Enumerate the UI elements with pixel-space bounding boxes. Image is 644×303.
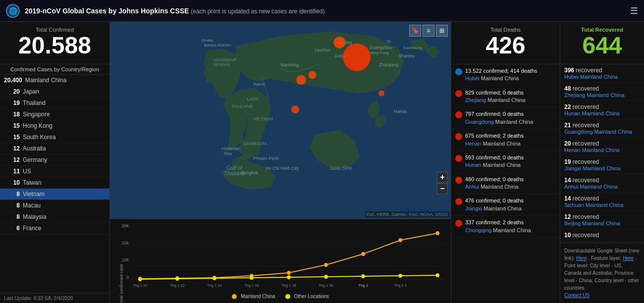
recovered-item[interactable]: 14 recovered Sichuan Mainland China (560, 193, 644, 211)
country-item[interactable]: 19Thailand (0, 98, 109, 109)
svg-text:Sulu Sea: Sulu Sea (330, 165, 352, 171)
svg-text:Guangzhou: Guangzhou (369, 45, 392, 50)
death-item[interactable]: 593 confirmed; 0 deaths Hunan Mainland C… (451, 151, 560, 173)
country-item[interactable]: 12Germany (0, 154, 109, 166)
recovered-item[interactable]: 48 recovered Zhejiang Mainland China (560, 83, 644, 101)
death-dot (455, 155, 462, 162)
recovered-region: Hunan Mainland China (564, 110, 640, 116)
svg-text:Thg 1 20: Thg 1 20 (133, 283, 148, 288)
country-count: 8 (4, 202, 20, 209)
death-info: 829 confirmed; 0 deaths Zhejiang Mainlan… (465, 89, 526, 104)
country-item[interactable]: 10Taiwan (0, 177, 109, 189)
death-info: 476 confirmed; 0 deaths Jiangxi Mainland… (465, 197, 524, 212)
svg-text:Gulf of: Gulf of (226, 165, 243, 171)
country-item[interactable]: 18Singapore (0, 109, 109, 120)
svg-text:Kaohsiung: Kaohsiung (404, 46, 423, 50)
country-item[interactable]: 20.400Mainland China (0, 75, 109, 86)
death-info: 13.522 confirmed; 414 deaths Hubei Mainl… (465, 67, 537, 83)
death-item[interactable]: 13.522 confirmed; 414 deaths Hubei Mainl… (451, 64, 560, 86)
recovered-item[interactable]: 20 recovered Henan Mainland China (560, 138, 644, 156)
country-name: Germany (23, 156, 47, 163)
confirmed-by-region-label: Confirmed Cases by Country/Region (0, 64, 109, 75)
svg-text:MYANMAR: MYANMAR (214, 57, 237, 62)
recovered-list[interactable]: 396 recovered Hubei Mainland China 48 re… (560, 64, 644, 243)
death-info: 337 confirmed; 2 deaths Chongqing Mainla… (465, 219, 531, 234)
svg-text:Shantou: Shantou (399, 53, 415, 58)
svg-point-34 (378, 90, 384, 96)
mainland-dot (232, 294, 237, 299)
svg-point-45 (361, 252, 365, 256)
country-item[interactable]: 20Japan (0, 86, 109, 98)
death-region: Henan (465, 141, 481, 147)
menu-icon[interactable]: ☰ (630, 5, 638, 16)
recovered-item[interactable]: 19 recovered Jiangxi Mainland China (560, 156, 644, 174)
country-item[interactable]: 11US (0, 166, 109, 177)
country-item[interactable]: 15South Korea (0, 132, 109, 143)
country-count: 19 (4, 100, 20, 106)
country-name: Vietnam (23, 191, 45, 198)
total-confirmed-number: 20.588 (6, 33, 104, 59)
deaths-list[interactable]: 13.522 confirmed; 414 deaths Hubei Mainl… (451, 64, 560, 303)
death-region: Zhejiang (465, 97, 486, 103)
recovered-item[interactable]: 22 recovered Hunan Mainland China (560, 101, 644, 119)
contact-link[interactable]: Contact US (564, 293, 590, 298)
death-info: 480 confirmed; 0 deaths Anhui Mainland C… (465, 176, 524, 191)
recovered-item[interactable]: 396 recovered Hubei Mainland China (560, 64, 644, 83)
country-item[interactable]: 15Hong Kong (0, 120, 109, 132)
recovered-item[interactable]: 10 recovered (560, 229, 644, 242)
country-name: Australia (23, 145, 46, 152)
svg-text:Andaman: Andaman (221, 146, 240, 151)
list-view-icon[interactable]: ≡ (423, 25, 434, 37)
death-region: Jiangxi (465, 205, 482, 211)
bookmark-icon[interactable]: 🔖 (409, 25, 421, 37)
recovered-item[interactable]: 12 recovered Beijing Mainland China (560, 211, 644, 229)
country-item[interactable]: 12Australia (0, 143, 109, 154)
zoom-controls[interactable]: + − (437, 172, 448, 194)
svg-text:Ta...: Ta... (386, 39, 394, 44)
svg-text:Thailand: Thailand (224, 170, 245, 176)
total-confirmed-section: Total Confirmed 20.588 (0, 22, 109, 64)
svg-text:Thg 2: Thg 2 (358, 283, 368, 288)
country-count: 20 (4, 88, 20, 95)
country-item[interactable]: 8Malaysia (0, 211, 109, 223)
svg-text:CAMBODIA: CAMBODIA (243, 141, 267, 146)
recovered-count: 12 recovered (564, 213, 640, 220)
country-name: Hong Kong (23, 122, 53, 129)
info-link-1[interactable]: Here (576, 255, 587, 261)
info-link-2[interactable]: Here (623, 255, 634, 261)
total-deaths-section: Total Deaths 426 (451, 22, 560, 64)
y-label-0: 0 (126, 275, 129, 280)
zoom-out-button[interactable]: − (437, 183, 448, 194)
recovered-count: 396 recovered (564, 67, 640, 74)
map-top-controls[interactable]: 🔖 ≡ ⊞ (409, 25, 448, 37)
map-svg: MYANMAR (BURMA) THAILAND VIETNAM CAMBODI… (110, 22, 451, 219)
country-item[interactable]: 8Macau (0, 200, 109, 211)
death-item[interactable]: 480 confirmed; 0 deaths Anhui Mainland C… (451, 173, 560, 195)
death-confirmed: 337 confirmed; 2 deaths (465, 219, 524, 225)
country-item[interactable]: 8Vietnam (0, 189, 109, 200)
y-label-30k: 30k (121, 223, 129, 228)
country-name: Malaysia (23, 213, 46, 220)
chart-y-axis-label: Total confirmed case (119, 264, 124, 303)
death-confirmed: 593 confirmed; 0 deaths (465, 154, 524, 160)
death-item[interactable]: 337 confirmed; 2 deaths Chongqing Mainla… (451, 216, 560, 238)
death-dot (455, 68, 462, 75)
map-area[interactable]: MYANMAR (BURMA) THAILAND VIETNAM CAMBODI… (110, 22, 451, 219)
death-location: Mainland China (483, 141, 520, 147)
recovered-region: Guangdong Mainland China (564, 129, 640, 135)
death-item[interactable]: 476 confirmed; 0 deaths Jiangxi Mainland… (451, 194, 560, 216)
death-item[interactable]: 797 confirmed; 0 deaths Guangdong Mainla… (451, 107, 560, 129)
country-count: 11 (4, 168, 20, 175)
death-item[interactable]: 829 confirmed; 0 deaths Zhejiang Mainlan… (451, 86, 560, 108)
recovered-item[interactable]: 21 recovered Guangdong Mainland China (560, 119, 644, 138)
country-name: Singapore (23, 111, 50, 118)
recovered-panel: Total Recovered 644 396 recovered Hubei … (560, 22, 644, 303)
recovered-item[interactable]: 14 recovered Anhui Mainland China (560, 174, 644, 193)
death-item[interactable]: 675 confirmed; 2 deaths Henan Mainland C… (451, 129, 560, 151)
svg-text:Manila: Manila (394, 109, 407, 114)
zoom-in-button[interactable]: + (437, 172, 448, 183)
grid-view-icon[interactable]: ⊞ (436, 25, 448, 37)
country-list[interactable]: 20.400Mainland China20Japan19Thailand18S… (0, 75, 109, 293)
recovered-count: 48 recovered (564, 85, 640, 92)
country-item[interactable]: 6France (0, 223, 109, 234)
